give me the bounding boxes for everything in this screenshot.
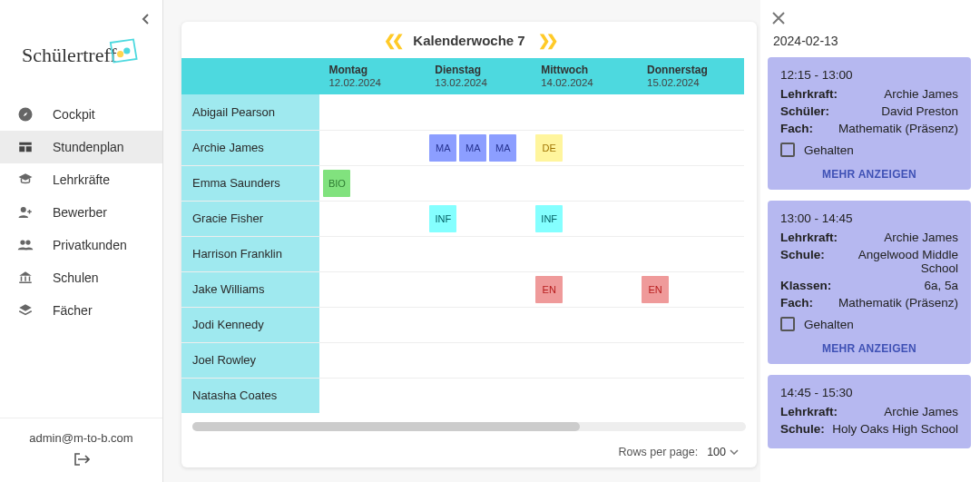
week-nav: ❮❮ Kalenderwoche 7 ❯❯: [181, 22, 757, 58]
schedule-cell[interactable]: [638, 236, 744, 271]
lesson-chip[interactable]: MA: [429, 134, 456, 162]
nav: CockpitStundenplanLehrkräfteBewerberPriv…: [0, 98, 162, 418]
signout-button[interactable]: [0, 452, 162, 469]
lesson-chip[interactable]: MA: [459, 134, 486, 162]
schedule-cell[interactable]: EN: [638, 271, 744, 307]
svg-rect-11: [29, 277, 31, 281]
teacher-name-cell[interactable]: Harrison Franklin: [181, 236, 319, 271]
svg-point-0: [117, 51, 123, 57]
schedule-cell[interactable]: INF: [426, 201, 532, 236]
collapse-sidebar-button[interactable]: [141, 13, 150, 28]
sidebar-item-schulen[interactable]: Schulen: [0, 261, 162, 294]
lesson-chip[interactable]: EN: [535, 276, 563, 303]
held-checkbox[interactable]: Gehalten: [780, 317, 958, 331]
teacher-name-cell[interactable]: Emma Saunders: [181, 165, 319, 201]
schedule-cell[interactable]: [426, 271, 532, 307]
detail-date: 2024-02-13: [773, 34, 967, 48]
schedule-cell[interactable]: EN: [532, 271, 638, 307]
schedule-cell[interactable]: [319, 378, 426, 413]
svg-point-6: [21, 207, 26, 212]
schedule-cell[interactable]: [319, 94, 426, 130]
schedule-cell[interactable]: MAMAMA: [426, 130, 532, 165]
show-more-button[interactable]: MEHR ANZEIGEN: [780, 168, 958, 181]
pager: Rows per page: 100: [181, 431, 757, 467]
schedule-cell[interactable]: [532, 94, 638, 130]
lesson-chip[interactable]: BIO: [323, 170, 350, 197]
schedule-cell[interactable]: [319, 130, 426, 165]
teacher-name-cell[interactable]: Gracie Fisher: [181, 201, 319, 236]
lesson-chip[interactable]: MA: [489, 134, 516, 162]
day-header: Dienstag13.02.2024: [426, 58, 532, 94]
rows-per-page-select[interactable]: 100: [707, 446, 739, 458]
sidebar-footer: admin@m-to-b.com: [0, 418, 162, 482]
close-panel-button[interactable]: [771, 11, 971, 28]
held-checkbox[interactable]: Gehalten: [780, 143, 958, 157]
next-week-button[interactable]: ❯❯: [538, 32, 554, 49]
schedule-cell[interactable]: [426, 307, 532, 342]
schedule-cell[interactable]: [532, 236, 638, 271]
schedule-cell[interactable]: [319, 307, 426, 342]
lesson-chip[interactable]: INF: [535, 205, 563, 232]
prev-week-button[interactable]: ❮❮: [384, 32, 400, 49]
main-content: ❮❮ Kalenderwoche 7 ❯❯ Montag12.02.2024Di…: [163, 0, 760, 482]
event-card[interactable]: 14:45 - 15:30Lehrkraft:Archie JamesSchul…: [768, 375, 971, 448]
chevron-down-icon: [730, 449, 739, 455]
sidebar-item-bewerber[interactable]: Bewerber: [0, 196, 162, 229]
schedule-cell[interactable]: [638, 94, 744, 130]
teacher-name-cell[interactable]: Archie James: [181, 130, 319, 165]
sidebar-item-fächer[interactable]: Fächer: [0, 294, 162, 327]
lesson-chip[interactable]: EN: [642, 276, 669, 303]
sidebar-item-label: Fächer: [53, 303, 93, 318]
schedule-cell[interactable]: [638, 165, 744, 201]
sidebar-item-label: Cockpit: [53, 107, 95, 122]
schedule-cell[interactable]: [532, 307, 638, 342]
teacher-name-cell[interactable]: Abigail Pearson: [181, 94, 319, 130]
schedule-cell[interactable]: [638, 378, 744, 413]
sidebar-header: Schülertreff: [0, 0, 162, 98]
table-row: Harrison Franklin: [181, 236, 744, 271]
teacher-name-cell[interactable]: Joel Rowley: [181, 342, 319, 378]
schedule-cell[interactable]: [426, 342, 532, 378]
event-time: 13:00 - 14:45: [780, 211, 958, 225]
horizontal-scrollbar[interactable]: [192, 422, 746, 431]
schedule-cell[interactable]: [638, 307, 744, 342]
sidebar-item-lehrkräfte[interactable]: Lehrkräfte: [0, 163, 162, 196]
schedule-cell[interactable]: [426, 378, 532, 413]
event-card[interactable]: 12:15 - 13:00Lehrkraft:Archie JamesSchül…: [768, 57, 971, 190]
schedule-cell[interactable]: BIO: [319, 165, 426, 201]
table-corner: [181, 58, 319, 94]
schedule-cell[interactable]: [638, 201, 744, 236]
schedule-cell[interactable]: [638, 342, 744, 378]
teacher-name-cell[interactable]: Jake Williams: [181, 271, 319, 307]
teacher-name-cell[interactable]: Natasha Coates: [181, 378, 319, 413]
sidebar-item-cockpit[interactable]: Cockpit: [0, 98, 162, 131]
schedule-cell[interactable]: [638, 130, 744, 165]
schedule-cell[interactable]: [426, 94, 532, 130]
teacher-name-cell[interactable]: Jodi Kennedy: [181, 307, 319, 342]
day-header: Donnerstag15.02.2024: [638, 58, 744, 94]
sidebar-item-label: Schulen: [53, 271, 99, 285]
schedule-cell[interactable]: DE: [532, 130, 638, 165]
layers-icon: [16, 302, 34, 319]
schedule-cell[interactable]: [426, 165, 532, 201]
person-add-icon: [16, 204, 34, 221]
table-row: Natasha Coates: [181, 378, 744, 413]
schedule-cell[interactable]: [319, 201, 426, 236]
schedule-cell[interactable]: [532, 165, 638, 201]
schedule-cell[interactable]: INF: [532, 201, 638, 236]
schedule-cell[interactable]: [426, 236, 532, 271]
sidebar-item-stundenplan[interactable]: Stundenplan: [0, 131, 162, 163]
schedule-cell[interactable]: [532, 342, 638, 378]
event-field: Lehrkraft:Archie James: [780, 87, 958, 101]
schedule-cell[interactable]: [532, 378, 638, 413]
brand-decoration-icon: [109, 34, 142, 67]
schedule-cell[interactable]: [319, 342, 426, 378]
event-card[interactable]: 13:00 - 14:45Lehrkraft:Archie JamesSchul…: [768, 201, 971, 364]
schedule-cell[interactable]: [319, 271, 426, 307]
schedule-cell[interactable]: [319, 236, 426, 271]
table-row: Jodi Kennedy: [181, 307, 744, 342]
lesson-chip[interactable]: INF: [429, 205, 456, 232]
lesson-chip[interactable]: DE: [535, 134, 563, 162]
sidebar-item-privatkunden[interactable]: Privatkunden: [0, 229, 162, 261]
show-more-button[interactable]: MEHR ANZEIGEN: [780, 342, 958, 355]
